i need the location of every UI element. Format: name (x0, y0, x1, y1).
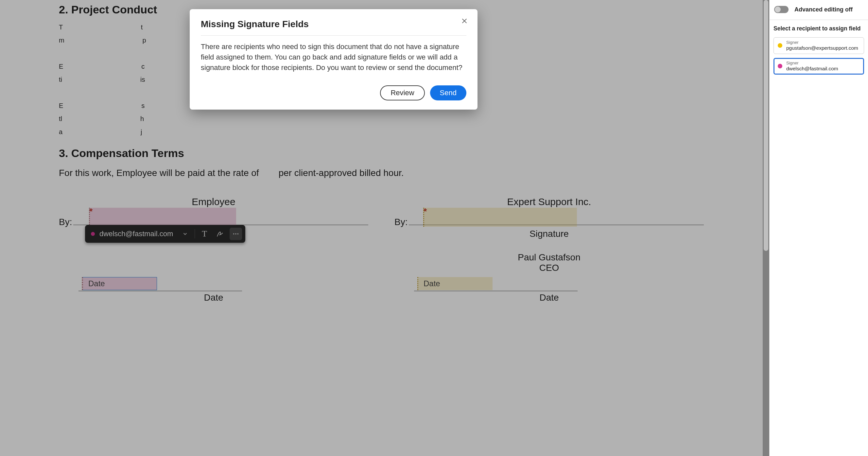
review-button[interactable]: Review (380, 85, 425, 100)
recipient-role: Signer (786, 61, 838, 66)
scrollbar-thumb[interactable] (764, 0, 768, 251)
recipient-color-dot (778, 43, 782, 48)
recipients-panel: Advanced editing off Select a recipient … (769, 0, 868, 456)
panel-title: Select a recipient to assign field (773, 25, 864, 32)
send-button[interactable]: Send (430, 85, 466, 100)
panel-separator (770, 20, 868, 20)
recipient-color-dot (778, 64, 782, 68)
recipient-item-2[interactable]: Signer dwelsch@fastmail.com (773, 58, 864, 74)
recipient-email: pgustafson@expertsupport.com (786, 45, 858, 51)
recipient-item-1[interactable]: Signer pgustafson@expertsupport.com (773, 37, 864, 54)
advanced-editing-label: Advanced editing off (795, 6, 852, 13)
recipient-role: Signer (786, 40, 858, 45)
document-canvas: 2. Project Conduct T t m p E c ti (0, 0, 763, 456)
modal-title: Missing Signature Fields (201, 19, 466, 29)
missing-signature-modal: Missing Signature Fields There are recip… (190, 9, 477, 110)
vertical-scrollbar[interactable] (763, 0, 769, 456)
modal-separator (201, 35, 466, 36)
close-button[interactable] (460, 17, 469, 26)
modal-body-text: There are recipients who need to sign th… (201, 41, 466, 73)
recipient-email: dwelsch@fastmail.com (786, 66, 838, 72)
advanced-editing-toggle[interactable] (774, 6, 788, 13)
